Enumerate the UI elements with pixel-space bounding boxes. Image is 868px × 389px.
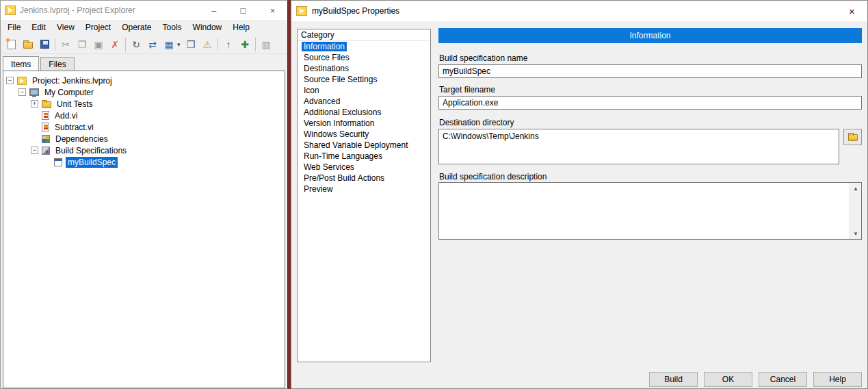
tree-item-add-vi[interactable]: Add.vi [3,110,285,121]
tree-item-label: Dependencies [53,134,110,145]
target-filename-input[interactable] [438,96,862,110]
description-scrollbar[interactable]: ▲ ▼ [850,183,861,239]
save-glyph [40,40,49,49]
extra-tool-icon[interactable]: ▥ [258,36,274,53]
tree-item-label: Subtract.vi [53,122,96,133]
desktop: Jenkins.lvproj - Project Explorer – □ × … [0,0,868,389]
menu-window[interactable]: Window [187,21,228,34]
tree-item-label-selected: myBuildSpec [66,157,118,168]
tab-items[interactable]: Items [3,56,39,71]
category-item-web-services[interactable]: Web Services [298,162,430,173]
toolbar-separator [218,38,218,51]
category-list-header: Category [298,29,430,41]
explorer-titlebar[interactable]: Jenkins.lvproj - Project Explorer – □ × [1,1,287,20]
scroll-down-icon[interactable]: ▼ [850,228,861,239]
menu-tools[interactable]: Tools [157,21,187,34]
dialog-close-button[interactable]: × [837,1,867,21]
expand-icon[interactable]: + [31,100,38,108]
grid-icon[interactable]: ▦ [161,36,177,53]
category-item-windows-security[interactable]: Windows Security [298,129,430,140]
help-button[interactable]: Help [813,372,862,387]
window-icon[interactable]: ❒ [183,36,199,53]
tree-item-build-specifications[interactable]: − Build Specifications [3,145,285,156]
cancel-button[interactable]: Cancel [759,372,807,387]
category-item-version-information[interactable]: Version Information [298,118,430,129]
destination-directory-input[interactable]: C:\Windows\Temp\Jenkins [438,129,839,164]
vi-file-icon [42,123,49,131]
tree-item-unit-tests[interactable]: + Unit Tests [3,98,285,110]
tree-item-label: Build Specifications [53,145,129,156]
category-item-additional-exclusions[interactable]: Additional Exclusions [298,107,430,118]
save-icon[interactable] [36,36,53,53]
dialog-title: myBuildSpec Properties [312,6,399,16]
tree-item-project[interactable]: − Project: Jenkins.lvproj [3,75,285,86]
category-item-advanced[interactable]: Advanced [298,96,430,107]
move-up-icon[interactable]: ↑ [220,36,237,53]
build-spec-name-input[interactable] [438,64,862,78]
tab-files[interactable]: Files [40,57,74,71]
dialog-button-row: Build OK Cancel Help [438,372,862,387]
collapse-icon[interactable]: − [31,147,38,154]
menu-file[interactable]: File [2,21,26,34]
tree-item-my-computer[interactable]: − My Computer [3,86,285,98]
category-item-icon[interactable]: Icon [298,85,430,96]
toolbar-separator [125,38,126,51]
description-box: ▲ ▼ [438,182,862,240]
sync-icon[interactable]: ⇄ [144,36,161,53]
tree-item-label: Unit Tests [55,99,94,110]
tree-item-subtract-vi[interactable]: Subtract.vi [3,121,285,133]
dropdown-arrow-icon[interactable]: ▾ [177,41,183,48]
menu-edit[interactable]: Edit [26,21,51,34]
minimize-button[interactable]: – [199,1,228,20]
new-file-glyph [8,40,16,49]
browse-destination-button[interactable] [843,129,862,145]
category-item-run-time-languages[interactable]: Run-Time Languages [298,151,430,162]
menu-project[interactable]: Project [80,21,116,34]
maximize-button[interactable]: □ [228,1,258,20]
paste-icon[interactable]: ▣ [90,36,107,53]
scroll-up-icon[interactable]: ▲ [850,183,861,194]
category-item-shared-variable-deployment[interactable]: Shared Variable Deployment [298,140,430,151]
add-icon[interactable]: ✚ [237,36,253,53]
collapse-icon[interactable]: − [6,77,14,84]
ok-button[interactable]: OK [704,372,752,387]
close-button[interactable]: × [258,1,287,20]
project-explorer-window: Jenkins.lvproj - Project Explorer – □ × … [0,0,288,389]
menu-operate[interactable]: Operate [116,21,157,34]
delete-icon[interactable]: ✗ [107,36,123,53]
refresh-icon[interactable]: ↻ [128,36,144,53]
dialog-titlebar[interactable]: myBuildSpec Properties × [291,1,867,21]
build-specifications-icon [42,147,50,155]
tree-item-label: Project: Jenkins.lvproj [30,75,114,86]
build-button[interactable]: Build [649,372,698,387]
vi-file-icon [42,111,49,120]
category-item-destinations[interactable]: Destinations [298,63,430,74]
destination-directory-label: Destination directory [439,118,514,127]
application-icon [54,158,62,166]
category-item-source-file-settings[interactable]: Source File Settings [298,74,430,85]
project-icon [17,77,27,85]
copy-icon[interactable]: ❐ [74,36,90,53]
open-folder-icon[interactable] [20,36,36,53]
browse-folder-icon [848,134,858,141]
warning-icon[interactable]: ⚠ [199,36,215,53]
cut-icon[interactable]: ✂ [57,36,74,53]
menu-help[interactable]: Help [227,21,255,34]
toolbar-separator [255,38,256,51]
collapse-icon[interactable]: − [18,88,26,96]
build-spec-name-label: Build specification name [439,53,527,63]
tree-item-label: My Computer [42,87,96,98]
category-item-pre-post-build-actions[interactable]: Pre/Post Build Actions [298,173,430,184]
tree-item-dependencies[interactable]: Dependencies [3,133,285,145]
category-item-preview[interactable]: Preview [298,184,430,194]
description-textarea[interactable] [439,183,850,239]
menu-view[interactable]: View [51,21,80,34]
open-folder-glyph [23,42,33,49]
explorer-tabbar: Items Files [1,54,287,71]
category-item-source-files[interactable]: Source Files [298,52,430,63]
target-filename-label: Target filename [439,85,495,95]
category-item-information[interactable]: Information [298,41,430,52]
new-file-icon[interactable] [3,36,20,53]
tree-item-mybuildspec[interactable]: myBuildSpec [3,156,285,168]
description-label: Build specification description [439,172,547,181]
